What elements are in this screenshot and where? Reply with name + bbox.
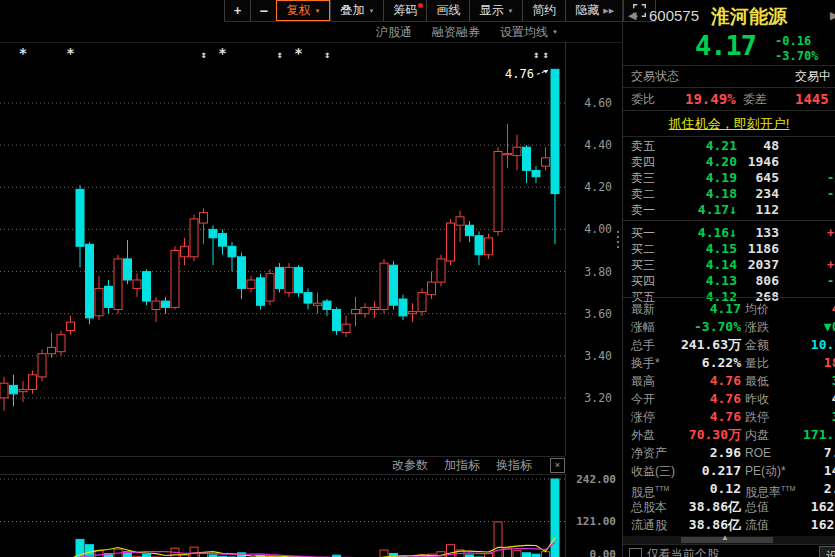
next-stock-icon[interactable]: ▶ xyxy=(830,9,835,22)
candle xyxy=(428,272,436,299)
bid-price: 4.14 xyxy=(706,257,737,273)
stat-label: PE(动)* xyxy=(745,462,786,480)
stats-row: 股息TTM 0.12 股息率TTM 2.88% xyxy=(623,480,835,498)
high-price-annotation: 4.76 xyxy=(505,67,534,81)
star-marker-icon: * xyxy=(294,45,302,61)
candle xyxy=(513,135,521,171)
ask-row-4[interactable]: 卖四 4.20 1946 xyxy=(623,154,835,170)
change-param-link[interactable]: 改参数 xyxy=(392,457,428,474)
overlay-button[interactable]: 叠加 ▼ xyxy=(330,0,383,21)
ask-row-2[interactable]: 卖二 4.18 234 -1 xyxy=(623,186,835,202)
stat-value: 0.12 xyxy=(710,480,741,498)
candle xyxy=(228,242,236,272)
zoom-in-button[interactable]: + xyxy=(224,0,250,21)
collapse-up-icon[interactable]: ▲ xyxy=(721,533,729,542)
candle xyxy=(380,259,388,314)
last-price: 4.17 xyxy=(695,30,756,61)
stats-row: 涨停4.76 跌停3.90 xyxy=(623,408,835,426)
stat-value: 4.17 xyxy=(710,300,741,318)
draw-line-button[interactable]: 画线 xyxy=(426,0,469,21)
stat-label: 收益(三) xyxy=(631,462,675,480)
candle xyxy=(266,270,274,306)
stat-label: 最新 xyxy=(631,300,655,318)
stat-value: 0.217 xyxy=(702,462,741,480)
candle xyxy=(95,276,103,320)
hugutong-link[interactable]: 沪股通 xyxy=(376,24,412,41)
settings-button[interactable]: 设置 xyxy=(819,546,835,557)
volume-chart[interactable] xyxy=(0,474,622,557)
stat-value: 7.36% xyxy=(824,444,835,462)
ask-row-5[interactable]: 卖五 4.21 48 xyxy=(623,138,835,154)
candle xyxy=(124,240,132,284)
candle xyxy=(247,276,255,293)
candlestick-chart[interactable]: 4.604.404.204.003.803.603.403.20**↕*↕*↕↕… xyxy=(0,42,622,456)
simple-mode-button[interactable]: 简约 xyxy=(522,0,565,21)
volume-tick-label: 121.00 xyxy=(568,515,616,528)
candle xyxy=(314,293,322,314)
candle xyxy=(219,229,227,254)
updown-marker-icon: ↕ xyxy=(324,49,330,60)
stat-label: 涨停 xyxy=(631,408,655,426)
bid-price: 4.13 xyxy=(706,273,737,289)
bid-row-1[interactable]: 买一 4.16↓ 133 +3 xyxy=(623,225,835,241)
ad-banner: 抓住机会，即刻开户! xyxy=(623,111,835,136)
prev-stock-icon[interactable]: ◀ xyxy=(628,9,636,22)
open-account-link[interactable]: 抓住机会，即刻开户! xyxy=(669,116,790,131)
candle xyxy=(67,316,75,335)
stat-label: 总值 xyxy=(745,498,769,516)
ask-label: 卖四 xyxy=(631,154,655,170)
chart-toolbar: + — 复权 ▼ 叠加 ▼ 筹码 画线 显示 ▼ 简约 隐藏 ▶▶ xyxy=(224,0,656,22)
candle xyxy=(86,242,94,324)
bid-row-4[interactable]: 买四 4.13 806 -1 xyxy=(623,273,835,289)
switch-indicator-link[interactable]: 换指标 xyxy=(496,457,532,474)
candle xyxy=(143,270,151,306)
ma-setting-link[interactable]: 设置均线 ▼ xyxy=(500,24,558,41)
candle xyxy=(504,124,512,168)
stats-row: 外盘70.30万 内盘171.33万 xyxy=(623,426,835,444)
candle xyxy=(456,211,464,243)
candle xyxy=(257,274,265,310)
ask-row-1[interactable]: 卖一 4.17↓ 112 xyxy=(623,202,835,218)
bid-row-2[interactable]: 买二 4.15 1186 xyxy=(623,241,835,257)
fuquan-button[interactable]: 复权 ▼ xyxy=(276,0,330,21)
add-indicator-link[interactable]: 加指标 xyxy=(444,457,480,474)
panel-footer: 仅看当前个股 设置 xyxy=(623,544,835,557)
quote-panel: ◀ ▶ 600575 淮河能源 4.17 -0.16 -3.70% 交易状态 交… xyxy=(623,0,835,557)
trade-status-row: 交易状态 交易中 xyxy=(623,66,835,87)
only-current-label: 仅看当前个股 xyxy=(647,546,719,557)
stat-label: 换手* xyxy=(631,354,660,372)
ask-label: 卖五 xyxy=(631,138,655,154)
status-label: 交易状态 xyxy=(631,66,679,87)
display-button[interactable]: 显示 ▼ xyxy=(469,0,522,21)
close-icon[interactable]: × xyxy=(550,458,565,473)
price-tick-label: 3.60 xyxy=(584,307,612,321)
indicator-header: 改参数 加指标 换指标 × xyxy=(0,456,565,475)
hide-button[interactable]: 隐藏 ▶▶ xyxy=(565,0,623,21)
bid-price: 4.15 xyxy=(706,241,737,257)
panel-scrollbar[interactable]: ▲ xyxy=(623,536,835,544)
only-current-checkbox[interactable] xyxy=(629,548,642,557)
volume-bar xyxy=(513,551,521,557)
stats-row: 涨幅-3.70% 涨跌▼0.16 xyxy=(623,318,835,336)
candle xyxy=(485,234,493,259)
stat-value: 2.96 xyxy=(710,444,741,462)
ask-row-3[interactable]: 卖三 4.19 645 -2 xyxy=(623,170,835,186)
candle xyxy=(532,166,540,183)
margin-trading-link[interactable]: 融资融券 xyxy=(432,24,480,41)
bid-label: 买一 xyxy=(631,225,655,241)
candle xyxy=(0,377,8,411)
panel-splitter-handle[interactable] xyxy=(617,231,620,247)
candle xyxy=(105,280,113,314)
updown-marker-icon: ↕ xyxy=(200,49,206,60)
stat-value: 38.86亿 xyxy=(689,516,741,534)
zoom-out-button[interactable]: — xyxy=(250,0,276,21)
chips-button[interactable]: 筹码 xyxy=(383,0,426,21)
stat-value: 2.88% xyxy=(824,480,835,498)
candle xyxy=(523,145,531,183)
stat-label: 净资产 xyxy=(631,444,667,462)
volume-tick-label: 242.00 xyxy=(568,473,616,486)
ask-qty: 234 xyxy=(756,186,779,202)
bid-row-3[interactable]: 买三 4.14 2037 +34 xyxy=(623,257,835,273)
candle xyxy=(162,297,170,314)
stat-value: -3.70% xyxy=(694,318,741,336)
